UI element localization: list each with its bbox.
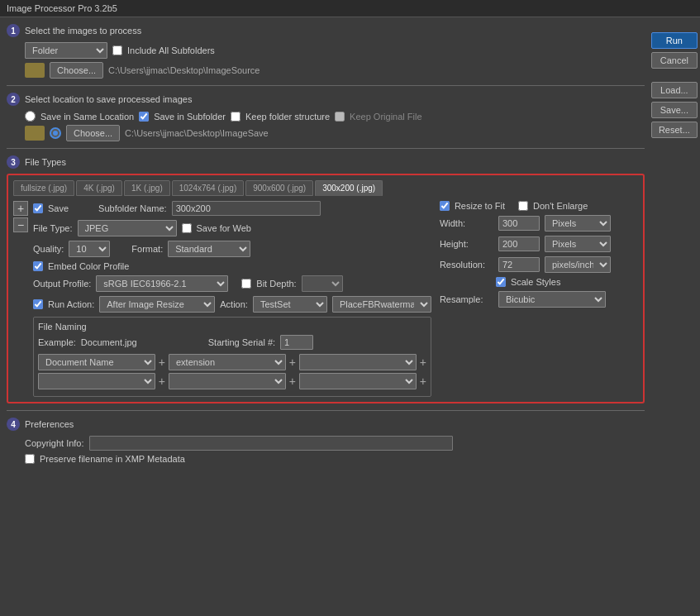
dont-enlarge-label: Don't Enlarge: [533, 201, 588, 211]
preserve-filename-checkbox[interactable]: [25, 454, 35, 464]
naming-select-5[interactable]: [169, 373, 286, 389]
file-type-select[interactable]: JPEG: [78, 220, 177, 236]
action-label: Action:: [220, 299, 248, 309]
section-2-body: Save in Same Location Save in Subfolder …: [7, 111, 645, 141]
bit-depth-label: Bit Depth:: [256, 279, 296, 289]
bit-depth-select[interactable]: [302, 275, 343, 292]
app-title: Image Processor Pro 3.2b5: [7, 3, 117, 13]
format-select[interactable]: Standard: [168, 241, 250, 257]
save-row-wrapper: + − Save Subfolder Name:: [13, 201, 431, 397]
choose-save-button[interactable]: Choose...: [66, 125, 120, 141]
copyright-info-input[interactable]: [89, 436, 453, 451]
save-checkbox[interactable]: [33, 203, 43, 213]
dont-enlarge-checkbox[interactable]: [518, 201, 528, 211]
action-set-select[interactable]: After Image Resize: [99, 296, 215, 313]
section-3: 3 File Types fullsize (.jpg) 4K (.jpg) 1…: [7, 155, 645, 404]
tab-4k[interactable]: 4K (.jpg): [76, 180, 122, 196]
preserve-filename-row: Preserve filename in XMP Metadata: [25, 454, 645, 464]
save-subfolder-checkbox[interactable]: [139, 112, 149, 122]
keep-original-file-checkbox[interactable]: [335, 112, 345, 122]
file-naming-box: File Naming Example: Document.jpg Starti…: [33, 317, 431, 397]
plus-button[interactable]: +: [13, 201, 28, 216]
watermark-select[interactable]: PlaceFBRwatermark: [332, 296, 431, 313]
naming-row-2: + + +: [38, 373, 426, 389]
source-type-select[interactable]: Folder: [25, 42, 107, 59]
save-button[interactable]: Save...: [651, 102, 698, 118]
quality-select[interactable]: 10: [69, 241, 110, 257]
height-label: Height:: [440, 239, 493, 249]
example-value: Document.jpg: [81, 337, 137, 347]
subfolder-name-label: Subfolder Name:: [98, 203, 167, 213]
section-4-number: 4: [7, 418, 20, 431]
starting-serial-input[interactable]: [280, 335, 313, 350]
action-select[interactable]: TestSet: [253, 296, 327, 313]
cancel-button[interactable]: Cancel: [651, 52, 698, 69]
resolution-input[interactable]: [498, 257, 540, 272]
height-input[interactable]: [498, 236, 540, 251]
quality-row: Quality: 10 Format: Standard: [33, 241, 431, 257]
tab-right: Resize to Fit Don't Enlarge Width: Pixel…: [440, 201, 638, 397]
section-3-title: File Types: [25, 157, 66, 167]
output-profile-select[interactable]: sRGB IEC61966-2.1: [96, 275, 228, 292]
include-subfolders-checkbox[interactable]: [112, 45, 122, 55]
section-4-body: Copyright Info: Preserve filename in XMP…: [7, 436, 645, 464]
tab-300[interactable]: 300x200 (.jpg): [315, 180, 383, 196]
naming-row-1: Document Name + extension +: [38, 354, 426, 370]
include-subfolders-label: Include All Subfolders: [127, 45, 215, 55]
resolution-label: Resolution:: [440, 260, 493, 270]
section-2: 2 Select location to save processed imag…: [7, 93, 645, 141]
tab-fullsize[interactable]: fullsize (.jpg): [13, 180, 74, 196]
resample-select[interactable]: Bicubic: [498, 291, 606, 308]
naming-select-2[interactable]: extension: [169, 354, 286, 370]
starting-serial-label: Starting Serial #:: [208, 337, 275, 347]
subfolder-name-input[interactable]: [172, 201, 321, 216]
title-bar: Image Processor Pro 3.2b5: [0, 0, 700, 17]
embed-color-profile-checkbox[interactable]: [33, 261, 43, 271]
naming-select-3[interactable]: [299, 354, 417, 370]
save-same-location-radio[interactable]: [25, 111, 36, 122]
height-unit-select[interactable]: Pixels: [545, 236, 611, 252]
folder-icon: [25, 63, 45, 78]
example-label: Example:: [38, 337, 76, 347]
keep-original-file-label: Keep Original File: [350, 112, 421, 122]
resample-row: Resample: Bicubic: [440, 291, 638, 308]
tab-900[interactable]: 900x600 (.jpg): [245, 180, 313, 196]
reset-button[interactable]: Reset...: [651, 122, 698, 138]
section-1-title: Select the images to process: [25, 26, 141, 36]
tab-1k[interactable]: 1K (.jpg): [124, 180, 170, 196]
tab-1024[interactable]: 1024x764 (.jpg): [172, 180, 245, 196]
run-action-checkbox[interactable]: [33, 299, 43, 309]
plus-minus-buttons: + −: [13, 201, 28, 232]
resolution-unit-select[interactable]: pixels/inch: [545, 256, 611, 273]
main-content: 1 Select the images to process Folder In…: [0, 17, 700, 477]
save-path: C:\Users\jjmac\Desktop\ImageSave: [125, 128, 269, 138]
minus-button[interactable]: −: [13, 217, 28, 232]
bit-depth-checkbox[interactable]: [241, 279, 251, 289]
run-action-row: Run Action: After Image Resize Action: T…: [33, 296, 431, 313]
width-unit-select[interactable]: Pixels: [545, 215, 611, 232]
tab-left: + − Save Subfolder Name:: [13, 201, 431, 397]
copyright-row: Copyright Info:: [25, 436, 645, 451]
file-naming-title: File Naming: [38, 322, 426, 332]
run-action-label: Run Action:: [48, 299, 94, 309]
section-4-header: 4 Preferences: [7, 418, 645, 431]
source-path: C:\Users\jjmac\Desktop\ImageSource: [108, 65, 260, 75]
naming-select-4[interactable]: [38, 373, 155, 389]
plus-sign-3: +: [420, 356, 426, 369]
width-row: Width: Pixels: [440, 215, 638, 232]
section-4-title: Preferences: [25, 419, 74, 429]
load-button[interactable]: Load...: [651, 82, 698, 98]
section-2-header: 2 Select location to save processed imag…: [7, 93, 645, 106]
naming-select-1[interactable]: Document Name: [38, 354, 155, 370]
run-button[interactable]: Run: [651, 32, 698, 49]
height-row: Height: Pixels: [440, 236, 638, 252]
save-for-web-checkbox[interactable]: [182, 223, 192, 233]
resize-to-fit-checkbox[interactable]: [440, 201, 450, 211]
naming-select-6[interactable]: [299, 373, 417, 389]
choose-source-button[interactable]: Choose...: [50, 62, 103, 79]
scale-styles-checkbox[interactable]: [496, 277, 506, 287]
keep-folder-structure-checkbox[interactable]: [231, 112, 240, 122]
section-2-title: Select location to save processed images: [25, 94, 192, 104]
width-input[interactable]: [498, 216, 540, 231]
resize-to-fit-label: Resize to Fit: [455, 201, 505, 211]
